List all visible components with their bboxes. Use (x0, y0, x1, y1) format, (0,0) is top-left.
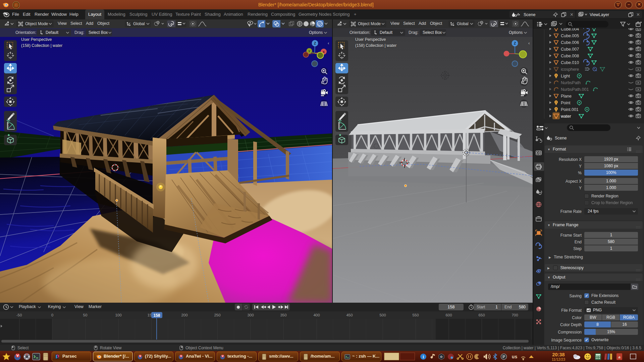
svg-text:550: 550 (412, 313, 419, 317)
svg-text:⚙: ⚙ (440, 355, 443, 359)
svg-text:450: 450 (346, 313, 353, 317)
svg-text:650: 650 (478, 313, 485, 317)
svg-text:400: 400 (313, 313, 320, 317)
svg-text:Z: Z (514, 42, 516, 45)
svg-text:300: 300 (247, 313, 254, 317)
svg-text:Z: Z (314, 42, 316, 45)
svg-text:icosphere: icosphere (561, 67, 579, 72)
svg-text:Y: Y (308, 49, 311, 53)
svg-text:50: 50 (83, 313, 88, 317)
svg-text:200: 200 (181, 313, 187, 317)
svg-text:Cube.004: Cube.004 (561, 28, 579, 32)
svg-text:158: 158 (153, 313, 160, 318)
svg-text:NurbsPath.001: NurbsPath.001 (561, 87, 589, 92)
svg-text:Plane: Plane (561, 94, 572, 99)
svg-text:a: a (618, 354, 621, 359)
svg-text:Cube.006: Cube.006 (561, 40, 579, 45)
svg-text:water: water (560, 114, 571, 119)
svg-text:Cube.008: Cube.008 (561, 54, 579, 58)
svg-text:600: 600 (445, 313, 452, 317)
svg-text:250: 250 (214, 313, 220, 317)
svg-text:Point.001: Point.001 (561, 107, 579, 112)
svg-text:700: 700 (512, 313, 518, 317)
svg-text:Cube.007: Cube.007 (561, 47, 579, 52)
svg-text:Point: Point (561, 101, 571, 105)
svg-text:Light: Light (561, 74, 570, 78)
svg-text:Cube.005: Cube.005 (561, 34, 579, 38)
svg-text:i: i (423, 354, 424, 359)
svg-text:100: 100 (115, 313, 121, 317)
svg-text:Cube.010: Cube.010 (561, 60, 579, 65)
svg-text:NurbsPath: NurbsPath (561, 80, 581, 85)
svg-text:0: 0 (51, 313, 53, 317)
svg-text:-50: -50 (16, 313, 22, 317)
svg-text:us: us (512, 354, 518, 359)
svg-text:15: 15 (148, 313, 152, 317)
svg-text:500: 500 (379, 313, 386, 317)
svg-text:350: 350 (280, 313, 286, 317)
